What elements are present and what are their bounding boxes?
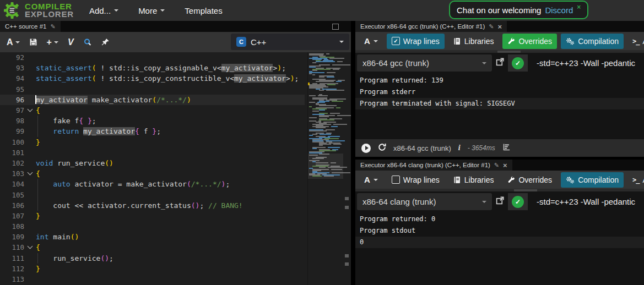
overrides-button[interactable]: Overrides <box>502 34 557 49</box>
nav-item-more[interactable]: More <box>138 6 165 15</box>
open-compiler-popout-button[interactable] <box>496 196 504 207</box>
overrides-button[interactable]: Overrides <box>502 172 557 188</box>
chart-icon <box>502 143 511 151</box>
executor-tab[interactable]: Executor x86-64 gcc (trunk) (C++, Editor… <box>355 21 507 32</box>
code-line[interactable]: 94static_assert( ! std::is_copy_construc… <box>0 73 305 84</box>
save-button[interactable] <box>29 38 37 46</box>
code-line[interactable]: 96my_activator make_activator(/*...*/) <box>0 95 305 105</box>
compiler-select[interactable]: x86-64 clang (trunk) <box>357 193 492 210</box>
discord-link[interactable]: Discord <box>545 6 573 15</box>
code-line[interactable]: 105 <box>0 189 305 200</box>
close-tab-icon[interactable]: × <box>497 23 502 30</box>
font-size-button[interactable]: A <box>359 33 383 49</box>
toolbar-scrollbar[interactable] <box>355 50 644 53</box>
compiler-select[interactable]: x86-64 gcc (trunk) <box>357 54 492 72</box>
language-select[interactable]: C C++ <box>231 34 349 50</box>
code-line[interactable]: 111 run_service(); <box>0 253 305 264</box>
fold-gutter <box>24 109 36 111</box>
editor-tab-title: C++ source #1 <box>5 23 46 30</box>
code-line[interactable]: 104 auto activator = make_activator(/*..… <box>0 179 305 189</box>
fold-chevron-icon[interactable] <box>28 244 33 249</box>
code-line[interactable]: 102void run_service() <box>0 158 305 168</box>
code-line[interactable]: 109int main() <box>0 232 305 242</box>
code-line[interactable]: 95 <box>0 84 305 95</box>
notification-close-icon[interactable]: × <box>577 3 581 11</box>
compilation-button[interactable]: Compilation <box>561 34 624 49</box>
open-compiler-popout-button[interactable] <box>496 58 504 68</box>
font-size-label: A <box>364 36 370 46</box>
toolbar-scrollbar[interactable] <box>355 189 644 191</box>
font-size-button[interactable]: A <box>7 37 20 47</box>
code-token: ( <box>92 74 96 83</box>
executor-tab[interactable]: Executor x86-64 clang (trunk) (C++, Edit… <box>355 160 512 171</box>
search-button[interactable] <box>83 38 92 47</box>
arguments-button[interactable]: >_Arguments <box>627 172 644 188</box>
gear-logo-icon <box>3 2 21 19</box>
checkbox-icon[interactable] <box>392 176 400 184</box>
wrap-lines-button[interactable]: ✓Wrap lines <box>387 34 445 49</box>
vim-button[interactable]: V <box>68 37 74 47</box>
code-line[interactable]: 92 <box>0 52 305 63</box>
code-line[interactable]: 110{ <box>0 242 305 253</box>
code-line[interactable]: 99 return my_activator{ f }; <box>0 126 305 136</box>
compile-status-box[interactable]: ✓ <box>508 54 528 72</box>
code-line[interactable]: 107} <box>0 211 305 221</box>
font-size-glyph: A <box>7 37 13 47</box>
fold-chevron-icon[interactable] <box>28 107 33 112</box>
code-line[interactable]: 98 fake f{ }; <box>0 116 305 126</box>
code-line[interactable]: 112} <box>0 264 305 274</box>
timing-chart-icon[interactable] <box>502 143 511 153</box>
code-line[interactable]: 93static_assert( ! std::is_copy_assignab… <box>0 63 305 73</box>
line-number: 94 <box>0 74 24 83</box>
add-button[interactable]: + <box>47 37 58 47</box>
source-editor-pane: C++ source #1 ✎ A+V C C++ 9293static_ass… <box>0 21 351 285</box>
rename-pencil-icon[interactable]: ✎ <box>50 23 55 30</box>
scrollbar-thumb[interactable] <box>514 189 537 191</box>
font-size-button[interactable]: A <box>359 172 383 188</box>
minimap[interactable] <box>307 52 343 285</box>
code-line[interactable]: 100} <box>0 137 305 147</box>
line-number: 95 <box>0 85 24 94</box>
close-tab-icon[interactable]: × <box>503 162 507 169</box>
scrollbar-thumb[interactable] <box>497 51 521 53</box>
libraries-button[interactable]: Libraries <box>448 172 499 188</box>
pin-button[interactable] <box>101 38 110 46</box>
arguments-button[interactable]: >_Arguments <box>627 34 644 49</box>
compiler-options-input[interactable]: -std=c++23 -Wall -pedantic <box>532 58 642 68</box>
rename-pencil-icon[interactable]: ✎ <box>489 23 494 30</box>
execution-output[interactable]: Program returned: 139Program stderrProgr… <box>355 73 644 139</box>
code-line[interactable]: 103{ <box>0 168 305 179</box>
code-line[interactable]: 101 <box>0 147 305 158</box>
code-line[interactable]: 113 <box>0 274 305 284</box>
info-icon[interactable]: i <box>458 144 461 152</box>
chevron-down-icon <box>339 41 344 43</box>
wrap-lines-button[interactable]: Wrap lines <box>387 172 445 188</box>
code-token: /*...*/ <box>156 96 187 104</box>
recompile-button[interactable] <box>378 143 386 154</box>
compilation-button[interactable]: Compilation <box>561 172 624 188</box>
code-editor[interactable]: 9293static_assert( ! std::is_copy_assign… <box>0 52 351 285</box>
compiler-explorer-logo[interactable]: COMPILER EXPLORER <box>3 2 74 19</box>
compile-status-box[interactable]: ✓ <box>508 193 528 210</box>
libraries-button[interactable]: Libraries <box>448 34 499 49</box>
execution-output[interactable]: Program returned: 0Program stdout0 <box>355 212 644 285</box>
compiler-options-input[interactable]: -std=c++23 -Wall -pedantic <box>532 197 642 206</box>
code-line[interactable]: 97{ <box>0 105 305 116</box>
checkbox-icon[interactable]: ✓ <box>392 37 400 45</box>
run-button[interactable] <box>361 144 371 153</box>
code-line[interactable]: 106 cout << activator.current_status(); … <box>0 200 305 211</box>
code-line[interactable]: 108 <box>0 221 305 232</box>
code-text: run_service(); <box>36 253 113 264</box>
rename-pencil-icon[interactable]: ✎ <box>494 162 499 169</box>
gears-icon <box>566 37 575 45</box>
tab-cpp-source-1[interactable]: C++ source #1 ✎ <box>0 21 61 32</box>
overrides-label: Overrides <box>518 176 552 184</box>
maximize-pane-icon[interactable] <box>332 24 339 30</box>
pane-divider[interactable] <box>351 21 355 285</box>
code-token: my_activator <box>221 64 273 72</box>
fold-chevron-icon[interactable] <box>28 170 33 176</box>
nav-item-templates[interactable]: Templates <box>185 6 222 15</box>
nav-item-add[interactable]: Add... <box>89 6 118 15</box>
line-number: 92 <box>0 53 24 62</box>
ruler-highlight-mark <box>345 262 349 266</box>
